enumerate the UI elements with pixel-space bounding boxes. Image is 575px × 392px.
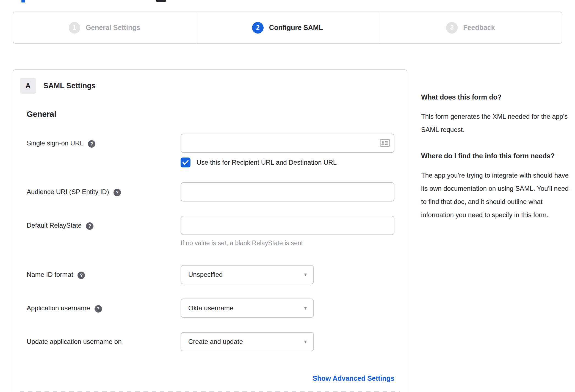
step-number-badge: 3 [446, 22, 458, 34]
update-app-username-row: Update application username on Create an… [27, 332, 394, 351]
help-icon[interactable]: ? [78, 272, 85, 279]
name-id-format-select[interactable]: Unspecified ▾ [181, 265, 314, 284]
name-id-format-row: Name ID format ? Unspecified ▾ [27, 265, 394, 284]
use-for-recipient-checkbox-label: Use this for Recipient URL and Destinati… [197, 159, 337, 166]
contact-card-icon [380, 139, 390, 147]
help-sidebar: What does this form do? This form genera… [421, 69, 572, 222]
audience-uri-label: Audience URI (SP Entity ID) [27, 188, 109, 196]
cropped-icon-fragment-blue [21, 0, 25, 2]
application-username-row: Application username ? Okta username ▾ [27, 299, 394, 318]
recipient-url-checkbox-row: Use this for Recipient URL and Destinati… [181, 158, 394, 167]
general-section-title: General [27, 110, 407, 119]
chevron-down-icon: ▾ [304, 338, 307, 345]
help-icon[interactable]: ? [114, 189, 121, 196]
help-heading: What does this form do? [421, 91, 572, 103]
step-number-badge: 2 [252, 22, 264, 34]
update-app-username-value: Create and update [188, 338, 243, 346]
sso-url-label-group: Single sign-on URL ? [27, 134, 181, 148]
sso-url-input[interactable] [181, 134, 394, 153]
checkmark-icon [183, 160, 189, 165]
step-label: General Settings [86, 24, 140, 32]
sso-url-label: Single sign-on URL [27, 139, 84, 147]
relay-state-input-wrap [181, 216, 394, 235]
audience-uri-row: Audience URI (SP Entity ID) ? [27, 182, 394, 201]
update-app-username-select[interactable]: Create and update ▾ [181, 332, 314, 351]
help-icon[interactable]: ? [88, 140, 95, 148]
panel-header: A SAML Settings [20, 78, 407, 94]
audience-uri-input-wrap [181, 182, 394, 201]
relay-state-label: Default RelayState [27, 222, 82, 229]
name-id-format-label: Name ID format [27, 271, 73, 278]
audience-uri-label-group: Audience URI (SP Entity ID) ? [27, 182, 181, 196]
step-label: Configure SAML [269, 24, 323, 32]
help-body: This form generates the XML needed for t… [421, 110, 572, 136]
application-username-value: Okta username [188, 304, 233, 312]
chevron-down-icon: ▾ [304, 305, 307, 311]
application-username-select[interactable]: Okta username ▾ [181, 299, 314, 318]
name-id-format-value: Unspecified [188, 271, 223, 278]
relay-state-input[interactable] [181, 216, 394, 235]
sso-url-input-wrap [181, 134, 394, 153]
step-configure-saml[interactable]: 2 Configure SAML [196, 12, 379, 43]
audience-uri-input[interactable] [181, 182, 394, 201]
relay-state-hint: If no value is set, a blank RelayState i… [181, 239, 394, 247]
relay-state-label-group: Default RelayState ? [27, 216, 181, 230]
name-id-format-label-group: Name ID format ? [27, 265, 181, 279]
section-a-badge: A [20, 78, 36, 94]
panel-title: SAML Settings [43, 82, 96, 90]
saml-settings-panel: A SAML Settings General Single sign-on U… [13, 69, 407, 392]
chevron-down-icon: ▾ [304, 271, 307, 278]
application-username-label: Application username [27, 304, 90, 312]
show-advanced-settings-link[interactable]: Show Advanced Settings [313, 374, 394, 382]
help-body: The app you're trying to integrate with … [421, 169, 572, 222]
help-icon[interactable]: ? [86, 222, 93, 230]
help-heading: Where do I find the info this form needs… [421, 150, 572, 162]
saml-general-form: Single sign-on URL ? [27, 134, 394, 382]
help-icon[interactable]: ? [95, 305, 102, 313]
step-general-settings[interactable]: 1 General Settings [13, 12, 196, 43]
sso-url-row: Single sign-on URL ? [27, 134, 394, 153]
wizard-stepper: 1 General Settings 2 Configure SAML 3 Fe… [13, 12, 562, 44]
step-number-badge: 1 [69, 22, 80, 34]
application-username-label-group: Application username ? [27, 299, 181, 313]
relay-state-row: Default RelayState ? [27, 216, 394, 235]
help-section-what: What does this form do? This form genera… [421, 91, 572, 136]
use-for-recipient-checkbox[interactable] [181, 158, 190, 167]
update-app-username-label-group: Update application username on [27, 332, 181, 346]
update-app-username-label: Update application username on [27, 338, 122, 346]
cropped-icon-fragment-dark [156, 0, 166, 2]
help-section-where: Where do I find the info this form needs… [421, 150, 572, 222]
step-feedback[interactable]: 3 Feedback [379, 12, 562, 43]
advanced-settings-row: Show Advanced Settings [27, 374, 394, 382]
step-label: Feedback [463, 24, 495, 32]
